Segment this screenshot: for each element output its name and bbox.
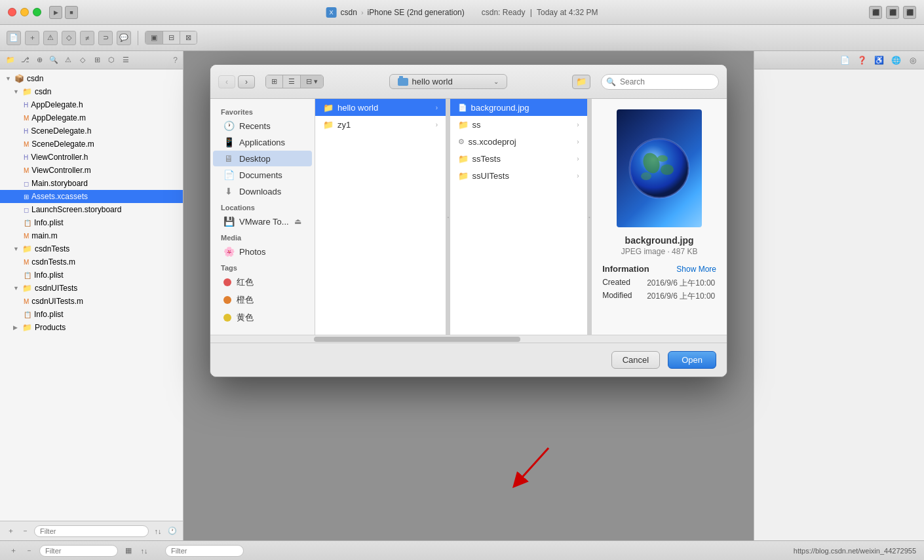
sidebar-item-desktop[interactable]: 🖥 Desktop (213, 151, 312, 166)
tree-file-SceneDelegate-h[interactable]: H SceneDelegate.h (0, 124, 183, 138)
panel-toggle-center[interactable]: ⬛ (886, 6, 899, 19)
recent-icon[interactable]: 🕐 (167, 526, 178, 536)
file-info-icon[interactable]: 📄 (839, 54, 851, 66)
file-item-ss-xcodeproj[interactable]: ⚙ ss.xcodeproj › (450, 133, 587, 150)
tree-file-ViewController-h[interactable]: H ViewController.h (0, 151, 183, 164)
add-icon[interactable]: ＋ (25, 31, 39, 45)
arrow-icon: ▼ (13, 88, 20, 95)
localization-icon[interactable]: 🌐 (890, 54, 902, 66)
issue-nav-icon[interactable]: ⚠ (63, 55, 73, 65)
symbol-nav-icon[interactable]: ⊕ (34, 55, 45, 65)
accessibility-icon[interactable]: ♿ (873, 54, 885, 66)
target-icon[interactable]: ◎ (907, 54, 919, 66)
breadcrumb-pill[interactable]: hello world ⌄ (389, 74, 507, 89)
tree-root-csdn[interactable]: ▼ 📦 csdn (0, 72, 183, 85)
sidebar-item-photos[interactable]: 🌸 Photos (213, 244, 312, 259)
panel-toggle-left[interactable]: ⬛ (869, 6, 882, 19)
file-item-ss[interactable]: 📁 ss › (450, 116, 587, 133)
breakpoint-nav-icon[interactable]: ⬡ (106, 55, 117, 65)
filter-options-icon[interactable]: ▦ (123, 546, 134, 556)
recents-icon: 🕐 (223, 121, 234, 131)
show-more-link[interactable]: Show More (676, 265, 716, 274)
tree-file-main-storyboard[interactable]: ◻ Main.storyboard (0, 177, 183, 190)
tree-file-csdnUITests-m[interactable]: M csdnUITests.m (0, 295, 183, 308)
tree-file-info-plist-1[interactable]: 📋 Info.plist (0, 216, 183, 229)
dialog-list-view-btn[interactable]: ☰ (283, 75, 301, 88)
new-file-icon[interactable]: 📄 (7, 31, 21, 45)
file-item-zy1[interactable]: 📁 zy1 › (315, 116, 446, 133)
tree-file-ViewController-m[interactable]: M ViewController.m (0, 164, 183, 177)
tree-folder-csdnUITests[interactable]: ▼ 📁 csdnUITests (0, 282, 183, 295)
sidebar-item-downloads[interactable]: ⬇ Downloads (213, 183, 312, 199)
minus-status-icon[interactable]: － (24, 546, 34, 556)
dialog-forward-button[interactable]: › (238, 75, 255, 88)
dialog-new-folder-btn[interactable]: 📁 (572, 75, 590, 89)
filter-sort-icon[interactable]: ↑↓ (139, 546, 149, 556)
stop-button[interactable]: ■ (65, 6, 78, 19)
eject-icon[interactable]: ⏏ (294, 217, 301, 226)
quick-help-icon[interactable]: ❓ (856, 54, 868, 66)
minus-footer-icon[interactable]: － (20, 526, 30, 536)
tree-file-AppDelegate-h[interactable]: H AppDelegate.h (0, 98, 183, 111)
sidebar-item-tag-orange[interactable]: 橙色 (213, 291, 312, 308)
status-filter-right-input[interactable] (165, 545, 244, 557)
file-item-ssUITests[interactable]: 📁 ssUITests › (450, 167, 587, 184)
close-button[interactable] (8, 8, 16, 16)
sidebar-item-recents[interactable]: 🕐 Recents (213, 118, 312, 134)
tree-file-csdnTests-m[interactable]: M csdnTests.m (0, 255, 183, 269)
open-button[interactable]: Open (668, 351, 716, 369)
minimize-button[interactable] (20, 8, 29, 16)
find-icon[interactable]: 🔍 (48, 55, 59, 65)
sort-icon[interactable]: ↑↓ (153, 526, 163, 536)
tree-file-launchscreen[interactable]: ◻ LaunchScreen.storyboard (0, 203, 183, 216)
question-icon[interactable]: ? (173, 56, 178, 65)
tree-folder-csdn[interactable]: ▼ 📁 csdn (0, 85, 183, 98)
tree-folder-products[interactable]: ▶ 📁 Products (0, 321, 183, 334)
folder-nav-icon[interactable]: 📁 (5, 55, 16, 65)
tree-file-info-plist-3[interactable]: 📋 Info.plist (0, 308, 183, 321)
tree-file-SceneDelegate-m[interactable]: M SceneDelegate.m (0, 138, 183, 151)
toolbar-separator-1 (138, 31, 138, 45)
source-control-icon[interactable]: ⎇ (20, 55, 30, 65)
file-label: ssUITests (472, 171, 509, 181)
fullscreen-button[interactable] (33, 8, 41, 16)
diamond-icon[interactable]: ◇ (62, 31, 76, 45)
issue-icon[interactable]: ⚠ (43, 31, 58, 45)
panel-toggle-right[interactable]: ⬛ (903, 6, 916, 19)
device-name: iPhone SE (2nd generation) (368, 8, 465, 17)
sidebar-item-applications[interactable]: 📱 Applications (213, 134, 312, 150)
diff-icon[interactable]: ≠ (80, 31, 94, 45)
file-item-background-jpg[interactable]: 📄 background.jpg (450, 99, 587, 116)
sidebar-item-tag-red[interactable]: 红色 (213, 274, 312, 291)
add-footer-icon[interactable]: ＋ (5, 526, 16, 536)
comment-icon[interactable]: 💬 (117, 31, 131, 45)
test-nav-icon[interactable]: ◇ (77, 55, 88, 65)
tree-file-assets[interactable]: ⊞ Assets.xcassets (0, 190, 183, 203)
filter-input[interactable] (34, 525, 149, 537)
sidebar-item-documents[interactable]: 📄 Documents (213, 167, 312, 183)
dialog-column-view-btn[interactable]: ⊟ ▾ (301, 75, 323, 88)
triple-pane-btn[interactable]: ⊠ (180, 31, 197, 44)
scroll-thumb[interactable] (314, 337, 520, 342)
tree-file-info-plist-2[interactable]: 📋 Info.plist (0, 269, 183, 282)
report-nav-icon[interactable]: ☰ (121, 55, 131, 65)
link-icon[interactable]: ⊃ (98, 31, 113, 45)
file-item-hello-world[interactable]: 📁 hello world › (315, 99, 446, 116)
dual-pane-btn[interactable]: ⊟ (163, 31, 180, 44)
dialog-icon-view-btn[interactable]: ⊞ (266, 75, 283, 88)
add-status-icon[interactable]: ＋ (8, 546, 18, 556)
debug-nav-icon[interactable]: ⊞ (92, 55, 102, 65)
dialog-back-button[interactable]: ‹ (218, 75, 235, 88)
folder-icon: 📁 (323, 120, 334, 130)
sidebar-item-vmware[interactable]: 💾 VMware To... ⏏ (213, 214, 312, 229)
run-button[interactable]: ▶ (49, 6, 62, 19)
tree-folder-csdnTests[interactable]: ▼ 📁 csdnTests (0, 242, 183, 255)
single-pane-btn[interactable]: ▣ (145, 31, 163, 44)
tree-file-main-m[interactable]: M main.m (0, 229, 183, 242)
file-item-ssTests[interactable]: 📁 ssTests › (450, 150, 587, 167)
dialog-search-input[interactable] (601, 74, 719, 90)
tree-file-AppDelegate-m[interactable]: M AppDelegate.m (0, 111, 183, 124)
cancel-button[interactable]: Cancel (611, 351, 660, 369)
sidebar-item-tag-yellow[interactable]: 黄色 (213, 309, 312, 326)
status-filter-input[interactable] (39, 545, 118, 557)
